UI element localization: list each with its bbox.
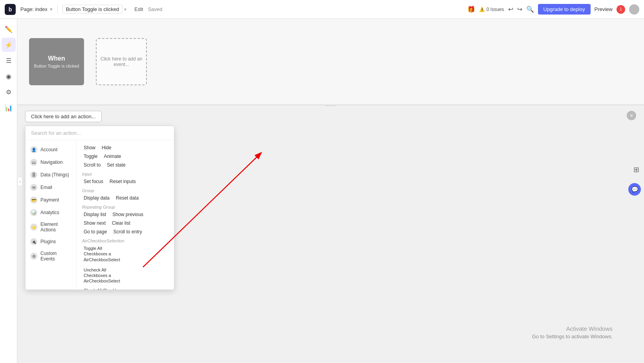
action-go-to-page[interactable]: Go to page bbox=[82, 228, 108, 235]
action-animate[interactable]: Animate bbox=[102, 153, 123, 160]
action-scroll-to[interactable]: Scroll to bbox=[82, 161, 102, 169]
action-area: Click here to add an action... × 👤 Accou… bbox=[17, 106, 644, 363]
category-payment[interactable]: 💳 Payment bbox=[26, 194, 76, 206]
action-set-state[interactable]: Set state bbox=[105, 161, 127, 169]
action-uncheck-all-checkboxes[interactable]: Uncheck All Checkboxes a AirCheckboxSele… bbox=[82, 266, 125, 285]
plugins-icon: 🔌 bbox=[30, 238, 37, 245]
payment-icon: 💳 bbox=[30, 196, 37, 204]
data-icon: 🗄 bbox=[30, 171, 37, 178]
category-data-things[interactable]: 🗄 Data (Things) bbox=[26, 169, 76, 181]
category-analytics[interactable]: 📊 Analytics bbox=[26, 206, 76, 219]
action-show[interactable]: Show bbox=[82, 144, 97, 151]
when-sub: Button Toggle is clicked bbox=[34, 64, 79, 68]
search-icon[interactable]: 🔍 bbox=[526, 6, 534, 13]
workflow-dropdown-icon[interactable]: ▾ bbox=[124, 7, 126, 12]
workflow-icon: ⚡ bbox=[5, 41, 13, 49]
action-display-data[interactable]: Display data bbox=[82, 194, 111, 202]
windows-activation: Activate Windows Go to Settings to activ… bbox=[532, 325, 613, 339]
when-block[interactable]: When Button Toggle is clicked bbox=[29, 38, 84, 85]
when-label: When bbox=[48, 55, 65, 62]
close-action-button[interactable]: × bbox=[627, 111, 636, 120]
divider-1 bbox=[57, 6, 58, 13]
category-plugins-label: Plugins bbox=[40, 239, 56, 244]
analytics-icon: 📊 bbox=[5, 104, 13, 112]
notification-badge[interactable]: 1 bbox=[617, 5, 625, 14]
saved-indicator: Saved bbox=[148, 6, 163, 12]
email-icon: ✉ bbox=[30, 184, 37, 191]
action-set-focus[interactable]: Set focus bbox=[82, 178, 105, 185]
windows-activate-title: Activate Windows bbox=[532, 325, 613, 332]
logo[interactable]: b bbox=[5, 4, 16, 15]
element-actions-row-3: Scroll to Set state bbox=[82, 161, 168, 169]
upgrade-button[interactable]: Upgrade to deploy bbox=[538, 4, 591, 15]
group-section-label: Group bbox=[82, 188, 168, 193]
action-show-previous[interactable]: Show previous bbox=[111, 211, 145, 218]
element-actions-row-2: Toggle Animate bbox=[82, 153, 168, 160]
action-list: Show Hide Toggle Animate Scroll to Set s… bbox=[77, 140, 174, 290]
topbar: b Page: index ▾ Button Toggle is clicked… bbox=[0, 0, 644, 19]
grid-icon[interactable]: ⊞ bbox=[633, 165, 639, 174]
category-plugins[interactable]: 🔌 Plugins bbox=[26, 235, 76, 248]
sidebar-item-plugins[interactable]: ⚙ bbox=[2, 85, 16, 99]
workflow-selector[interactable]: Button Toggle is clicked ▾ bbox=[62, 5, 127, 14]
sidebar-item-workflow[interactable]: ⚡ bbox=[2, 38, 16, 52]
custom-events-icon: ⚙ bbox=[30, 253, 37, 260]
add-action-button[interactable]: Click here to add an action... bbox=[25, 111, 102, 122]
data-icon: ☰ bbox=[6, 57, 11, 64]
add-action-label: Click here to add an action... bbox=[31, 114, 96, 119]
redo-icon[interactable]: ↪ bbox=[517, 6, 522, 13]
category-email[interactable]: ✉ Email bbox=[26, 181, 76, 194]
undo-icon[interactable]: ↩ bbox=[508, 6, 513, 13]
action-show-next[interactable]: Show next bbox=[82, 220, 107, 227]
group-actions-row: Display data Reset data bbox=[82, 194, 168, 202]
gift-icon[interactable]: 🎁 bbox=[467, 6, 475, 13]
repeating-row-1: Display list Show previous bbox=[82, 211, 168, 218]
action-scroll-to-entry[interactable]: Scroll to entry bbox=[112, 228, 143, 235]
sidebar-item-data[interactable]: ☰ bbox=[2, 53, 16, 68]
left-sidebar: ✏️ ⚡ ☰ ◉ ⚙ 📊 bbox=[0, 19, 17, 363]
sidebar-item-design[interactable]: ✏️ bbox=[2, 22, 16, 36]
repeating-row-2: Show next Clear list bbox=[82, 220, 168, 227]
workflow-name[interactable]: Button Toggle is clicked bbox=[62, 5, 123, 14]
air-actions-row-2: Check All Checkboxes a AirCheckboxSelect bbox=[82, 286, 168, 290]
category-navigation[interactable]: 🗂 Navigation bbox=[26, 156, 76, 169]
action-reset-data[interactable]: Reset data bbox=[114, 194, 140, 202]
category-custom-events-label: Custom Events bbox=[40, 251, 71, 262]
analytics-icon: 📊 bbox=[30, 209, 37, 216]
issues-badge[interactable]: ⚠️ 0 Issues bbox=[479, 7, 504, 12]
action-reset-inputs[interactable]: Reset inputs bbox=[108, 178, 137, 185]
page-selector[interactable]: Page: index ▾ bbox=[20, 6, 53, 12]
page-label: Page: index bbox=[20, 6, 48, 12]
category-navigation-label: Navigation bbox=[40, 160, 63, 165]
category-element-actions[interactable]: ⭐ Element Actions bbox=[26, 219, 76, 235]
action-toggle[interactable]: Toggle bbox=[82, 153, 99, 160]
preview-button[interactable]: Preview bbox=[595, 6, 613, 12]
action-search-input[interactable] bbox=[26, 126, 174, 140]
sidebar-item-analytics[interactable]: 📊 bbox=[2, 101, 16, 115]
element-actions-row-1: Show Hide bbox=[82, 144, 168, 151]
page-dropdown-icon[interactable]: ▾ bbox=[50, 6, 53, 12]
input-section-label: Input bbox=[82, 172, 168, 176]
account-icon: 👤 bbox=[30, 146, 37, 153]
action-check-all-checkboxes[interactable]: Check All Checkboxes a AirCheckboxSelect bbox=[82, 287, 130, 290]
category-custom-events[interactable]: ⚙ Custom Events bbox=[26, 248, 76, 264]
windows-activate-subtitle: Go to Settings to activate Windows. bbox=[532, 334, 613, 339]
styles-icon: ◉ bbox=[6, 73, 11, 80]
sidebar-item-styles[interactable]: ◉ bbox=[2, 69, 16, 83]
avatar[interactable] bbox=[629, 4, 639, 15]
action-hide[interactable]: Hide bbox=[100, 144, 113, 151]
sidebar-collapse[interactable]: ‹ bbox=[17, 177, 23, 186]
navigation-icon: 🗂 bbox=[30, 159, 37, 166]
action-header: Click here to add an action... × bbox=[17, 106, 644, 127]
design-icon: ✏️ bbox=[5, 26, 13, 33]
chat-icon[interactable]: 💬 bbox=[628, 183, 641, 196]
edit-button[interactable]: Edit bbox=[134, 6, 143, 12]
action-clear-list[interactable]: Clear list bbox=[110, 220, 132, 227]
category-account[interactable]: 👤 Account bbox=[26, 143, 76, 156]
add-event-block[interactable]: Click here to add an event... bbox=[96, 38, 147, 85]
topbar-right: 🎁 ⚠️ 0 Issues ↩ ↪ 🔍 Upgrade to deploy Pr… bbox=[467, 4, 639, 15]
action-toggle-all-checkboxes[interactable]: Toggle All Checkboxes a AirCheckboxSelec… bbox=[82, 245, 125, 263]
workflow-canvas: When Button Toggle is clicked Click here… bbox=[17, 19, 644, 105]
action-display-list[interactable]: Display list bbox=[82, 211, 108, 218]
action-body: 👤 Account 🗂 Navigation 🗄 Data (Things) ✉… bbox=[26, 140, 174, 290]
